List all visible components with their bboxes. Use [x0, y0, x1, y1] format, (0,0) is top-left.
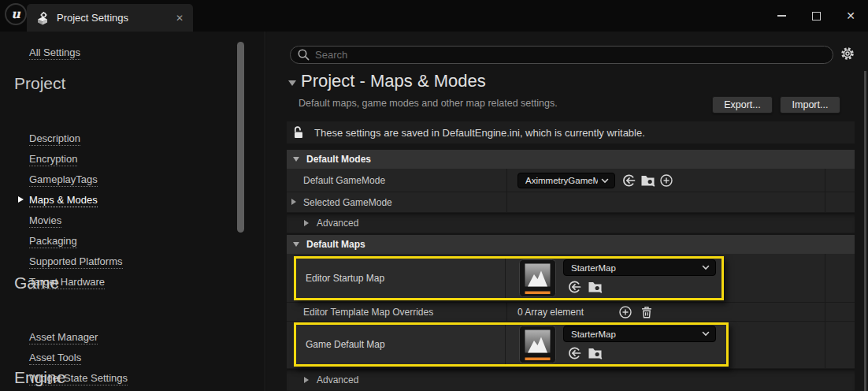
unreal-logo-icon: u — [5, 3, 27, 25]
column-splitter[interactable] — [825, 322, 825, 368]
sidebar-item-supported-platforms[interactable]: Supported Platforms — [29, 255, 123, 269]
page-title: Project - Maps & Modes — [301, 69, 486, 93]
default-gamemode-dropdown[interactable]: AximmetryGameMode — [517, 173, 615, 188]
config-notice-text: These settings are saved in DefaultEngin… — [314, 127, 645, 139]
sidebar-section-engine: Engine — [14, 367, 65, 389]
chevron-down-icon — [702, 331, 710, 337]
expand-icon — [304, 377, 309, 383]
page-collapse-icon[interactable] — [288, 80, 296, 86]
section-header-default-modes[interactable]: Default Modes — [287, 150, 855, 169]
map-thumbnail-icon[interactable] — [519, 326, 556, 363]
search-bar[interactable] — [290, 46, 833, 64]
property-label: Editor Template Map Overrides — [303, 303, 433, 321]
chevron-down-icon — [702, 265, 710, 270]
page-subtitle: Default maps, game modes and other map r… — [299, 98, 558, 109]
row-game-default-map: Game Default Map StarterMap — [287, 322, 855, 369]
search-icon — [297, 48, 310, 61]
map-thumbnail-icon[interactable] — [519, 259, 556, 297]
section-collapse-icon — [293, 242, 299, 247]
sidebar-section-game: Game — [14, 272, 59, 294]
column-splitter[interactable] — [506, 303, 507, 321]
browse-to-asset-icon[interactable] — [640, 173, 655, 188]
sidebar-item-gameplaytags[interactable]: GameplayTags — [29, 173, 98, 187]
column-splitter[interactable] — [506, 169, 507, 192]
sidebar-item-movies[interactable]: Movies — [29, 214, 61, 228]
sidebar-scrollbar[interactable] — [237, 42, 244, 233]
export-button[interactable]: Export... — [712, 96, 773, 114]
browse-to-asset-icon[interactable] — [588, 280, 603, 294]
row-editor-startup-map: Editor Startup Map StarterMap — [287, 254, 855, 303]
chevron-down-icon — [601, 178, 609, 184]
import-button[interactable]: Import... — [780, 96, 840, 114]
window-controls: ✕ — [764, 0, 868, 32]
column-splitter[interactable] — [825, 169, 825, 192]
editor-startup-map-dropdown[interactable]: StarterMap — [563, 259, 716, 276]
expand-icon[interactable] — [291, 199, 296, 205]
row-default-gamemode: Default GameMode AximmetryGameMode — [287, 169, 855, 192]
column-splitter[interactable] — [506, 192, 507, 212]
row-selected-gamemode[interactable]: Selected GameMode — [287, 192, 855, 213]
sidebar-item-packaging[interactable]: Packaging — [29, 234, 77, 248]
close-button[interactable]: ✕ — [833, 2, 868, 29]
settings-gear-icon[interactable] — [839, 45, 856, 62]
property-label: Selected GameMode — [303, 192, 392, 212]
property-label: Default GameMode — [303, 169, 385, 192]
column-splitter — [505, 325, 506, 364]
sidebar-section-project: Project — [14, 73, 65, 95]
use-selected-asset-icon[interactable] — [567, 346, 582, 361]
column-splitter[interactable] — [825, 192, 825, 212]
advanced-expander-default-modes[interactable]: Advanced — [287, 213, 855, 233]
minimize-button[interactable] — [764, 2, 799, 29]
close-icon: ✕ — [846, 9, 855, 22]
browse-to-asset-icon[interactable] — [588, 346, 603, 360]
unlocked-icon — [292, 125, 306, 140]
game-default-map-dropdown[interactable]: StarterMap — [563, 326, 716, 342]
sidebar-item-all-settings[interactable]: All Settings — [29, 46, 80, 60]
settings-sidebar: All Settings Project Description Encrypt… — [0, 32, 265, 391]
tab-settings-icon — [35, 11, 50, 25]
add-circle-icon[interactable] — [659, 173, 673, 188]
title-bar: u Project Settings ✕ ✕ — [0, 0, 868, 32]
property-label: Editor Startup Map — [306, 259, 384, 298]
row-editor-template-map-overrides: Editor Template Map Overrides 0 Array el… — [287, 303, 855, 322]
highlight-box-game-default-map: Game Default Map StarterMap — [294, 322, 729, 367]
advanced-expander-default-maps[interactable]: Advanced — [287, 369, 855, 391]
project-settings-window: u Project Settings ✕ ✕ All Settings — [0, 0, 868, 391]
sidebar-item-asset-manager[interactable]: Asset Manager — [29, 330, 98, 344]
maximize-button[interactable] — [799, 2, 833, 29]
sidebar-item-asset-tools[interactable]: Asset Tools — [29, 351, 81, 365]
section-collapse-icon — [293, 157, 299, 162]
section-header-default-maps[interactable]: Default Maps — [287, 235, 855, 254]
maximize-icon — [812, 12, 821, 20]
delete-icon[interactable] — [640, 305, 653, 319]
main-scrollbar[interactable] — [864, 71, 866, 391]
column-splitter — [505, 259, 506, 298]
tab-project-settings[interactable]: Project Settings ✕ — [27, 4, 193, 32]
config-file-notice: These settings are saved in DefaultEngin… — [287, 121, 855, 143]
expand-icon — [304, 220, 309, 226]
sidebar-item-encryption[interactable]: Encryption — [29, 152, 77, 166]
add-circle-icon[interactable] — [618, 305, 632, 319]
active-item-arrow-icon — [18, 196, 24, 203]
highlight-box-editor-startup-map: Editor Startup Map StarterMap — [294, 256, 724, 300]
settings-main-panel: Project - Maps & Modes Default maps, gam… — [266, 32, 868, 391]
column-splitter[interactable] — [825, 303, 825, 321]
tab-label: Project Settings — [57, 12, 128, 24]
use-selected-asset-icon[interactable] — [567, 280, 582, 295]
array-element-count: 0 Array element — [517, 303, 584, 321]
tab-close-icon[interactable]: ✕ — [176, 13, 184, 24]
minimize-icon — [777, 15, 786, 17]
search-input[interactable] — [315, 49, 825, 61]
sidebar-item-description[interactable]: Description — [29, 132, 80, 146]
property-label: Game Default Map — [306, 325, 385, 364]
column-splitter[interactable] — [825, 254, 825, 302]
use-selected-asset-icon[interactable] — [621, 173, 636, 188]
sidebar-item-maps-and-modes[interactable]: Maps & Modes — [29, 193, 98, 207]
